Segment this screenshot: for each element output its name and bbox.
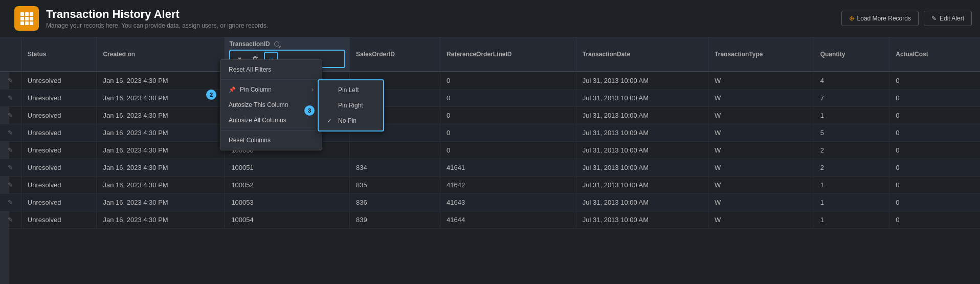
cell-cost: 0	[889, 211, 980, 229]
cell-edit[interactable]: ✎	[0, 124, 21, 142]
cell-type: W	[708, 211, 814, 229]
svg-rect-0	[20, 12, 24, 16]
cell-txid: 100054	[225, 211, 350, 229]
cell-created: Jan 16, 2023 4:30 PM	[97, 124, 225, 142]
cell-type: W	[708, 142, 814, 159]
svg-rect-3	[20, 17, 24, 20]
cell-qty: 7	[814, 90, 889, 107]
cell-status: Unresolved	[21, 124, 97, 142]
cell-status: Unresolved	[21, 159, 97, 177]
col-header-status[interactable]: Status	[21, 37, 97, 72]
cell-roli: 41643	[440, 194, 576, 211]
page-subtitle: Manage your records here. You can provid…	[46, 22, 268, 29]
page-title: Transaction History Alert	[46, 8, 268, 21]
cell-roli: 41644	[440, 211, 576, 229]
table-row: ✎UnresolvedJan 16, 2023 4:30 PM100053836…	[0, 194, 980, 211]
submenu-no-pin[interactable]: ✓ No Pin	[319, 113, 383, 128]
table-row: ✎UnresolvedJan 16, 2023 4:30 PM1000480Ju…	[0, 107, 980, 124]
search-icon-txid	[274, 41, 279, 47]
cell-qty: 1	[814, 194, 889, 211]
cell-date: Jul 31, 2013 10:00 AM	[576, 107, 708, 124]
table-row: ✎UnresolvedJan 16, 2023 4:30 PM100051834…	[0, 159, 980, 177]
submenu-arrow: ›	[311, 86, 314, 93]
cell-type: W	[708, 72, 814, 90]
cell-soid: 839	[349, 211, 440, 229]
cell-type: W	[708, 159, 814, 177]
cell-status: Unresolved	[21, 90, 97, 107]
cell-created: Jan 16, 2023 4:30 PM	[97, 177, 225, 194]
cell-date: Jul 31, 2013 10:00 AM	[576, 124, 708, 142]
grid-icon	[19, 11, 34, 26]
cell-cost: 0	[889, 142, 980, 159]
app-icon	[14, 6, 39, 31]
cell-created: Jan 16, 2023 4:30 PM	[97, 211, 225, 229]
cell-soid: 836	[349, 194, 440, 211]
col-header-created[interactable]: Created on	[97, 37, 225, 72]
submenu-pin-left[interactable]: Pin Left	[319, 82, 383, 98]
cell-edit[interactable]: ✎	[0, 72, 21, 90]
cell-date: Jul 31, 2013 10:00 AM	[576, 211, 708, 229]
edit-icon: ✎	[931, 15, 937, 22]
cell-edit[interactable]: ✎	[0, 90, 21, 107]
svg-rect-5	[30, 17, 33, 20]
col-header-cost[interactable]: ActualCost	[889, 37, 980, 72]
cell-cost: 0	[889, 90, 980, 107]
cell-soid: 835	[349, 177, 440, 194]
plus-icon: ⊕	[849, 15, 854, 22]
table-row: ✎UnresolvedJan 16, 2023 4:30 PM1000500Ju…	[0, 142, 980, 159]
menu-divider-2	[220, 130, 322, 130]
cell-edit[interactable]: ✎	[0, 107, 21, 124]
load-more-button[interactable]: ⊕ Load More Records	[841, 11, 919, 26]
cell-status: Unresolved	[21, 142, 97, 159]
svg-rect-4	[25, 17, 29, 20]
cell-date: Jul 31, 2013 10:00 AM	[576, 142, 708, 159]
cell-qty: 4	[814, 72, 889, 90]
cell-date: Jul 31, 2013 10:00 AM	[576, 159, 708, 177]
svg-rect-2	[30, 12, 33, 16]
submenu-pin-right[interactable]: Pin Right	[319, 98, 383, 113]
cell-cost: 0	[889, 177, 980, 194]
cell-status: Unresolved	[21, 211, 97, 229]
col-header-qty[interactable]: Quantity	[814, 37, 889, 72]
cell-cost: 0	[889, 107, 980, 124]
cell-soid: 834	[349, 159, 440, 177]
cell-edit[interactable]: ✎	[0, 194, 21, 211]
cell-created: Jan 16, 2023 4:30 PM	[97, 107, 225, 124]
cell-edit[interactable]: ✎	[0, 177, 21, 194]
cell-roli: 41642	[440, 177, 576, 194]
menu-item-pin-column[interactable]: 2 📌 Pin Column › 3 Pin Left Pin Right	[220, 82, 322, 97]
table-container: Status Created on 1 TransactionID ▼	[0, 37, 980, 273]
cell-roli: 0	[440, 142, 576, 159]
svg-rect-6	[20, 21, 24, 25]
table-row: ✎UnresolvedJan 16, 2023 4:30 PM1000460Ju…	[0, 72, 980, 90]
cell-edit[interactable]: ✎	[0, 159, 21, 177]
cell-cost: 0	[889, 124, 980, 142]
context-menu-overlay: Reset All Filters 2 📌 Pin Column › 3 Pin…	[220, 59, 322, 150]
cell-edit[interactable]: ✎	[0, 142, 21, 159]
cell-txid: 100053	[225, 194, 350, 211]
cell-created: Jan 16, 2023 4:30 PM	[97, 194, 225, 211]
col-header-date[interactable]: TransactionDate	[576, 37, 708, 72]
menu-item-reset-filters[interactable]: Reset All Filters	[220, 62, 322, 77]
cell-date: Jul 31, 2013 10:00 AM	[576, 194, 708, 211]
col-header-type[interactable]: TransactionType	[708, 37, 814, 72]
table-row: ✎UnresolvedJan 16, 2023 4:30 PM1000490Ju…	[0, 124, 980, 142]
svg-rect-1	[25, 12, 29, 16]
table-row: ✎UnresolvedJan 16, 2023 4:30 PM100054839…	[0, 211, 980, 229]
context-menu: Reset All Filters 2 📌 Pin Column › 3 Pin…	[220, 59, 322, 150]
cell-qty: 1	[814, 211, 889, 229]
cell-status: Unresolved	[21, 107, 97, 124]
col-header-edit	[0, 37, 21, 72]
pin-submenu: 3 Pin Left Pin Right ✓ No Pin	[318, 79, 384, 132]
col-header-roli[interactable]: ReferenceOrderLineID	[440, 37, 576, 72]
cell-qty: 1	[814, 177, 889, 194]
cell-cost: 0	[889, 194, 980, 211]
col-header-soid[interactable]: SalesOrderID	[349, 37, 440, 72]
cell-qty: 5	[814, 124, 889, 142]
cell-edit[interactable]: ✎	[0, 211, 21, 229]
cell-txid: 100051	[225, 159, 350, 177]
cell-type: W	[708, 90, 814, 107]
menu-item-reset-cols[interactable]: Reset Columns	[220, 133, 322, 148]
edit-alert-button[interactable]: ✎ Edit Alert	[924, 11, 972, 26]
header-text: Transaction History Alert Manage your re…	[46, 8, 268, 29]
